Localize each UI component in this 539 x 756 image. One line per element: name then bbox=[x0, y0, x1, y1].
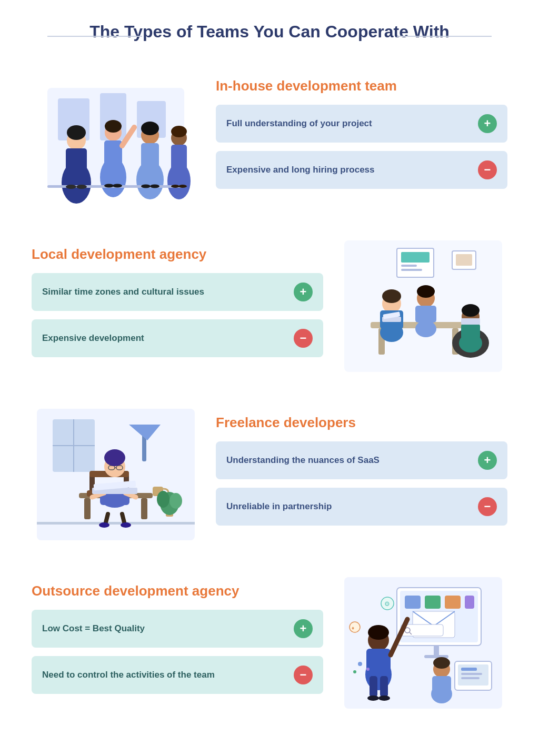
svg-rect-94 bbox=[425, 596, 441, 609]
svg-point-54 bbox=[462, 304, 480, 317]
inhouse-illustration bbox=[32, 69, 200, 206]
svg-point-88 bbox=[99, 522, 109, 528]
freelance-feature-2: Unreliable in partnership − bbox=[216, 488, 507, 526]
outsource-content: Outsource development agency Low Cost = … bbox=[32, 583, 323, 702]
freelance-feature-2-text: Unreliable in partnership bbox=[226, 501, 332, 512]
outsource-feature-2: Need to control the activities of the te… bbox=[32, 656, 323, 694]
svg-point-22 bbox=[66, 185, 76, 189]
freelance-feature-1: Understanding the nuances of SaaS + bbox=[216, 441, 507, 479]
svg-text:⚙: ⚙ bbox=[384, 600, 390, 608]
svg-text:♦: ♦ bbox=[352, 625, 354, 631]
svg-point-120 bbox=[433, 657, 450, 669]
svg-rect-113 bbox=[370, 676, 377, 697]
freelance-content: Freelance developers Understanding the n… bbox=[216, 415, 507, 534]
svg-point-7 bbox=[67, 125, 86, 140]
svg-rect-98 bbox=[434, 646, 439, 656]
svg-point-123 bbox=[350, 622, 360, 632]
svg-point-26 bbox=[141, 184, 151, 188]
local-content: Local development agency Similar time zo… bbox=[32, 246, 323, 366]
svg-rect-19 bbox=[171, 145, 187, 170]
svg-point-27 bbox=[150, 184, 159, 188]
local-feature-2-text: Expensive development bbox=[42, 333, 144, 344]
svg-point-126 bbox=[366, 668, 370, 671]
local-badge-1: + bbox=[294, 283, 313, 301]
outsource-badge-2: − bbox=[294, 666, 313, 684]
svg-point-125 bbox=[358, 662, 362, 666]
svg-point-16 bbox=[141, 122, 159, 135]
svg-rect-105 bbox=[461, 668, 477, 671]
outsource-illustration: ⚙ ♦ bbox=[339, 574, 507, 711]
section-freelance: Freelance developers Understanding the n… bbox=[32, 406, 507, 543]
inhouse-feature-2-text: Expensive and long hiring process bbox=[226, 165, 375, 175]
section-outsource: Outsource development agency Low Cost = … bbox=[32, 574, 507, 711]
svg-rect-63 bbox=[84, 498, 91, 519]
svg-rect-15 bbox=[141, 143, 159, 169]
svg-rect-48 bbox=[415, 306, 436, 322]
svg-rect-33 bbox=[401, 265, 417, 267]
svg-point-127 bbox=[353, 670, 356, 673]
svg-rect-55 bbox=[461, 318, 480, 325]
freelance-feature-1-text: Understanding the nuances of SaaS bbox=[226, 455, 380, 466]
svg-rect-114 bbox=[380, 676, 388, 697]
svg-rect-93 bbox=[405, 596, 421, 609]
svg-rect-107 bbox=[461, 677, 480, 679]
local-feature-1: Similar time zones and cultural issues + bbox=[32, 273, 323, 311]
outsource-feature-1-text: Low Cost = Best Quality bbox=[42, 623, 145, 634]
svg-rect-100 bbox=[401, 624, 443, 636]
svg-point-23 bbox=[76, 185, 87, 189]
svg-point-112 bbox=[368, 625, 389, 640]
svg-rect-119 bbox=[432, 676, 451, 692]
inhouse-feature-1: Full understanding of your project + bbox=[216, 105, 507, 143]
svg-rect-85 bbox=[37, 522, 195, 525]
svg-point-83 bbox=[157, 491, 169, 508]
inhouse-title: In-house development team bbox=[216, 78, 507, 94]
local-feature-2: Expensive development − bbox=[32, 319, 323, 357]
svg-point-12 bbox=[105, 120, 122, 133]
page-title: The Types of Teams You Can Cooperate Wit… bbox=[32, 21, 507, 43]
svg-point-89 bbox=[121, 522, 131, 528]
svg-rect-6 bbox=[66, 148, 87, 177]
svg-point-24 bbox=[104, 184, 114, 187]
svg-point-49 bbox=[417, 285, 435, 298]
svg-point-25 bbox=[113, 184, 122, 187]
svg-point-77 bbox=[104, 449, 125, 466]
freelance-title: Freelance developers bbox=[216, 415, 507, 431]
svg-rect-53 bbox=[461, 324, 480, 339]
section-inhouse: In-house development team Full understan… bbox=[32, 69, 507, 206]
svg-point-43 bbox=[382, 289, 401, 303]
svg-rect-64 bbox=[141, 498, 147, 519]
svg-rect-110 bbox=[366, 649, 391, 678]
svg-rect-10 bbox=[104, 140, 122, 168]
local-title: Local development agency bbox=[32, 246, 323, 263]
svg-point-115 bbox=[367, 695, 379, 701]
local-feature-1-text: Similar time zones and cultural issues bbox=[42, 287, 204, 297]
svg-rect-32 bbox=[401, 252, 430, 263]
freelance-badge-1: + bbox=[478, 451, 497, 470]
page: The Types of Teams You Can Cooperate Wit… bbox=[0, 0, 539, 756]
local-illustration bbox=[339, 238, 507, 375]
svg-rect-36 bbox=[456, 254, 472, 266]
section-local: Local development agency Similar time zo… bbox=[32, 238, 507, 375]
freelance-badge-2: − bbox=[478, 497, 497, 516]
outsource-feature-2-text: Need to control the activities of the te… bbox=[42, 670, 215, 680]
page-header: The Types of Teams You Can Cooperate Wit… bbox=[32, 21, 507, 43]
freelance-illustration bbox=[32, 406, 200, 543]
svg-point-47 bbox=[415, 320, 436, 337]
svg-rect-95 bbox=[445, 596, 461, 609]
inhouse-feature-2: Expensive and long hiring process − bbox=[216, 151, 507, 189]
svg-rect-106 bbox=[461, 673, 482, 675]
svg-point-29 bbox=[178, 185, 187, 188]
inhouse-badge-1: + bbox=[478, 114, 497, 133]
svg-point-84 bbox=[169, 493, 182, 509]
svg-rect-96 bbox=[465, 596, 474, 609]
inhouse-badge-2: − bbox=[478, 160, 497, 179]
inhouse-feature-1-text: Full understanding of your project bbox=[226, 118, 372, 129]
svg-rect-34 bbox=[401, 269, 422, 271]
inhouse-content: In-house development team Full understan… bbox=[216, 78, 507, 197]
outsource-title: Outsource development agency bbox=[32, 583, 323, 599]
svg-point-116 bbox=[378, 695, 390, 701]
outsource-badge-1: + bbox=[294, 619, 313, 638]
svg-point-20 bbox=[171, 126, 187, 137]
outsource-feature-1: Low Cost = Best Quality + bbox=[32, 610, 323, 648]
svg-point-28 bbox=[171, 185, 179, 188]
